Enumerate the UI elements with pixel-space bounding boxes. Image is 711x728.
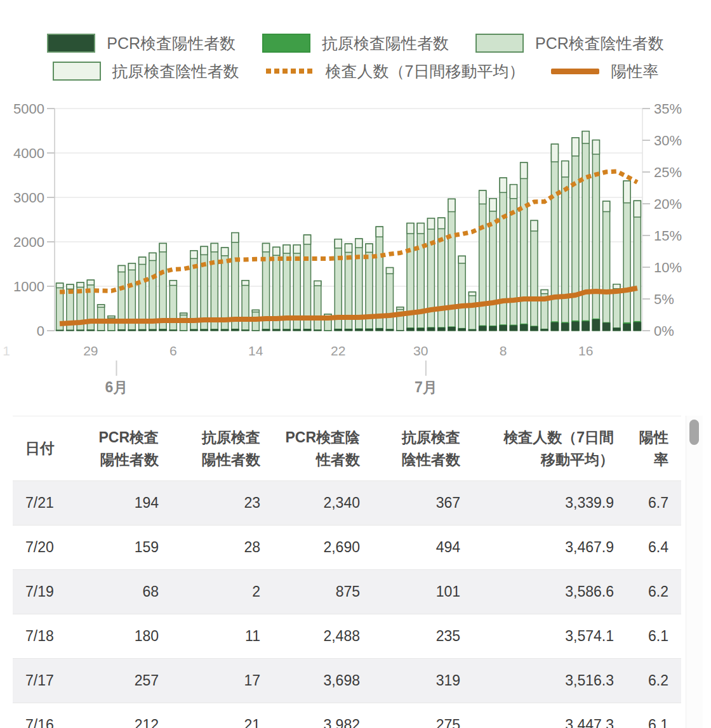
date-cell: 7/17 — [25, 672, 63, 689]
column-header: 抗原検査 陰性者数 — [360, 427, 460, 471]
x-axis-date-label: 22 — [331, 343, 345, 358]
scrollbar-thumb[interactable] — [689, 420, 699, 445]
value-cell: 3,586.6 — [460, 583, 614, 600]
x-axis-date-label: 16 — [578, 343, 593, 358]
value-cell: 194 — [63, 494, 159, 512]
bar-6/13 — [241, 281, 249, 331]
value-cell: 6.2 — [614, 583, 668, 600]
value-cell: 235 — [360, 628, 460, 645]
value-cell: 875 — [260, 583, 360, 600]
bar-7/16 — [581, 131, 590, 331]
bar-7/18 — [602, 201, 611, 331]
value-cell: 6.1 — [614, 717, 668, 728]
y-axis-right-label: 0% — [654, 323, 674, 339]
bar-6/27 — [386, 268, 394, 331]
bar-6/5 — [159, 243, 167, 331]
y-axis-right-label: 35% — [654, 101, 682, 117]
y-axis-left-label: 5000 — [13, 101, 44, 117]
value-cell: 367 — [360, 494, 460, 512]
bar-7/20 — [623, 181, 631, 331]
y-axis-right-label: 15% — [654, 228, 682, 244]
bar-7/17 — [592, 140, 601, 331]
date-cell: 7/21 — [25, 494, 63, 512]
bar-6/20 — [314, 281, 322, 331]
table-row: 7/21194232,3403673,339.96.7 — [13, 480, 681, 525]
column-header: 抗原検査 陽性者数 — [159, 427, 260, 471]
covid-test-dashboard: PCR検査陽性者数抗原検査陽性者数PCR検査陰性者数抗原検査陰性者数検査人数（7… — [0, 0, 711, 728]
bar-7/7 — [489, 199, 497, 331]
value-cell: 68 — [63, 583, 159, 600]
bar-7/11 — [530, 220, 538, 331]
bar-7/21 — [634, 201, 642, 331]
date-cell: 7/18 — [25, 628, 63, 645]
column-header: 検査人数（7日間 移動平均） — [460, 427, 614, 471]
value-cell: 3,574.1 — [460, 628, 614, 645]
value-cell: 3,467.9 — [460, 539, 614, 556]
table-row: 7/18180112,4882353,574.16.1 — [13, 614, 681, 658]
bar-7/14 — [561, 161, 569, 331]
column-header: PCR検査 陽性者数 — [63, 427, 159, 471]
value-cell: 21 — [159, 717, 260, 728]
x-axis-date-label: 30 — [413, 343, 428, 358]
month-label: 7月 — [415, 379, 437, 395]
column-header: 日付 — [25, 437, 63, 460]
y-axis-left-label: 2000 — [13, 234, 44, 250]
value-cell: 3,698 — [260, 672, 360, 689]
column-header: PCR検査陰 性者数 — [260, 427, 360, 471]
x-axis-date-label: 6 — [169, 343, 177, 358]
x-axis-date-label: 8 — [500, 343, 507, 358]
y-axis-right-label: 30% — [654, 133, 682, 149]
y-axis-left-label: 4000 — [13, 145, 44, 161]
y-axis-right-label: 5% — [654, 291, 674, 307]
data-table: 日付PCR検査 陽性者数抗原検査 陽性者数PCR検査陰 性者数抗原検査 陰性者数… — [13, 416, 681, 728]
bar-7/8 — [499, 178, 507, 331]
value-cell: 2,488 — [260, 628, 360, 645]
x-axis-date-label: 29 — [83, 343, 98, 358]
value-cell: 319 — [360, 672, 460, 689]
bar-7/3 — [448, 199, 456, 331]
value-cell: 28 — [159, 539, 260, 556]
y-axis-left-label: 1000 — [13, 279, 44, 295]
y-axis-left-label: 3000 — [13, 190, 44, 206]
bar-6/30 — [416, 223, 425, 331]
y-axis-right-label: 25% — [654, 164, 682, 180]
bar-7/1 — [427, 218, 435, 331]
value-cell: 101 — [360, 583, 460, 600]
table-row: 7/20159282,6904943,467.96.4 — [13, 525, 681, 569]
bar-7/9 — [510, 185, 518, 331]
value-cell: 257 — [63, 672, 159, 689]
value-cell: 3,447.3 — [460, 717, 614, 728]
table-row: 7/16212213,9822753,447.36.1 — [13, 703, 681, 728]
value-cell: 3,339.9 — [460, 494, 614, 512]
date-cell: 7/19 — [25, 583, 63, 600]
table-scrollbar[interactable] — [686, 416, 703, 728]
value-cell: 23 — [159, 494, 260, 512]
bar-7/15 — [571, 138, 580, 331]
bar-6/12 — [231, 233, 239, 331]
table-row: 7/17257173,6983193,516.36.2 — [13, 658, 681, 703]
date-cell: 7/16 — [25, 717, 63, 728]
value-cell: 494 — [360, 539, 460, 556]
bar-7/4 — [458, 256, 466, 331]
table-header-row: 日付PCR検査 陽性者数抗原検査 陽性者数PCR検査陰 性者数抗原検査 陰性者数… — [13, 416, 681, 480]
bar-7/13 — [551, 144, 559, 331]
y-axis-right-label: 20% — [654, 196, 682, 212]
value-cell: 275 — [360, 717, 460, 728]
value-cell: 3,516.3 — [460, 672, 614, 689]
test-count-chart: 50004000300020001000035%30%25%20%15%10%5… — [0, 0, 711, 413]
column-header: 陽性 率 — [614, 427, 668, 471]
value-cell: 2 — [159, 583, 260, 600]
value-cell: 6.2 — [614, 672, 668, 689]
value-cell: 212 — [63, 717, 159, 728]
table-row: 7/196828751013,586.66.2 — [13, 569, 681, 614]
bar-7/2 — [437, 218, 446, 331]
value-cell: 3,982 — [260, 717, 360, 728]
value-cell: 11 — [159, 628, 260, 645]
value-cell: 2,340 — [260, 494, 360, 512]
value-cell: 6.4 — [614, 539, 668, 556]
bar-7/10 — [520, 162, 528, 331]
value-cell: 2,690 — [260, 539, 360, 556]
bar-6/28 — [396, 307, 404, 331]
x-axis-date-label: 14 — [248, 343, 263, 358]
bar-7/6 — [479, 190, 487, 331]
